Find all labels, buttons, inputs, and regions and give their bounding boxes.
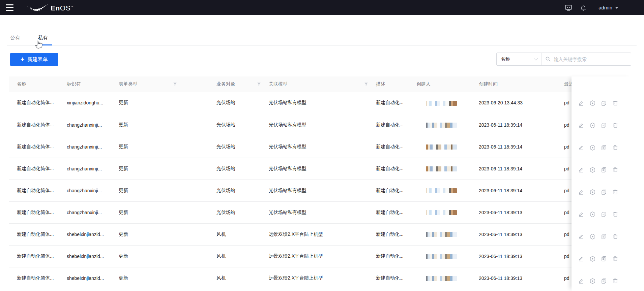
creator-redacted — [426, 166, 457, 171]
copy-icon[interactable] — [598, 253, 610, 264]
copy-icon[interactable] — [598, 208, 610, 220]
filter-funnel-icon[interactable] — [364, 82, 368, 86]
bell-icon[interactable] — [579, 3, 588, 12]
cell-name: 新建自动化简体... — [9, 201, 59, 223]
edit-icon[interactable] — [575, 231, 587, 242]
delete-trash-icon[interactable] — [610, 253, 621, 264]
table-row: 新建自动化简体... changzhanxinji... 更新 光伏场站 光伏场… — [9, 158, 633, 180]
row-actions — [572, 248, 633, 270]
edit-icon[interactable] — [575, 97, 587, 109]
cell-identifier: changzhanxinji... — [59, 201, 111, 223]
workflow-hexagon-icon[interactable] — [587, 97, 598, 109]
tab-public[interactable]: 公有 — [10, 32, 20, 45]
edit-icon[interactable] — [575, 142, 587, 153]
cell-business-object: 风机 — [208, 267, 261, 289]
cell-creator — [408, 267, 471, 289]
search-group: 名称 — [496, 53, 631, 66]
new-form-button[interactable]: + 新建表单 — [10, 53, 58, 66]
cell-created-time: 2023-06-20 13:44:33 — [471, 92, 556, 114]
copy-icon[interactable] — [598, 164, 610, 175]
cell-identifier: changzhanxinji... — [59, 114, 111, 136]
cell-name: 新建自动化简体... — [9, 114, 59, 136]
cell-identifier: xinjianzidonghu... — [59, 92, 111, 114]
logo-swoosh-icon — [27, 4, 48, 12]
delete-trash-icon[interactable] — [610, 120, 621, 131]
copy-icon[interactable] — [598, 231, 610, 242]
cell-name: 新建自动化简体... — [9, 267, 59, 289]
row-actions — [572, 225, 633, 248]
cell-name: 新建自动化简体... — [9, 223, 59, 245]
workflow-hexagon-icon[interactable] — [587, 231, 598, 242]
cell-business-object: 风机 — [208, 245, 261, 267]
cell-description: 新建自动化... — [368, 92, 408, 114]
cell-business-object: 光伏场站 — [208, 158, 261, 180]
delete-trash-icon[interactable] — [610, 231, 621, 242]
creator-redacted — [426, 123, 457, 128]
cell-form-type: 更新 — [111, 180, 208, 201]
delete-trash-icon[interactable] — [610, 208, 621, 220]
col-header-description: 描述 — [368, 76, 408, 92]
col-header-created-time: 创建时间 — [471, 76, 556, 92]
workflow-hexagon-icon[interactable] — [587, 142, 598, 153]
workflow-hexagon-icon[interactable] — [587, 164, 598, 175]
cell-identifier: changzhanxinji... — [59, 180, 111, 201]
table-row: 新建自动化简体... changzhanxinji... 更新 光伏场站 光伏场… — [9, 136, 633, 158]
edit-icon[interactable] — [575, 186, 587, 198]
edit-icon[interactable] — [575, 164, 587, 175]
cell-model: 光伏场站私有模型 — [261, 92, 368, 114]
forms-table: 名称 标识符 表单类型 业务对象 关联模型 描述 创建人 创建时间 最近更新时间 — [9, 76, 633, 289]
console-icon[interactable] — [564, 3, 573, 12]
cell-form-type: 更新 — [111, 201, 208, 223]
search-box — [542, 53, 631, 65]
search-input[interactable] — [553, 56, 627, 62]
cell-created-time: 2023-06-11 18:39:14 — [471, 158, 556, 180]
copy-icon[interactable] — [598, 97, 610, 109]
cell-description: 新建自动化... — [368, 180, 408, 201]
delete-trash-icon[interactable] — [610, 275, 621, 287]
cell-name: 新建自动化简体... — [9, 136, 59, 158]
workflow-hexagon-icon[interactable] — [587, 208, 598, 220]
workflow-hexagon-icon[interactable] — [587, 186, 598, 198]
filter-funnel-icon[interactable] — [257, 82, 261, 86]
row-actions — [572, 181, 633, 203]
filter-funnel-icon[interactable] — [173, 82, 177, 86]
copy-icon[interactable] — [598, 142, 610, 153]
cell-description: 新建自动化... — [368, 267, 408, 289]
cell-model: 远景双馈2.X平台陆上机型 — [261, 267, 368, 289]
cell-business-object: 光伏场站 — [208, 92, 261, 114]
edit-icon[interactable] — [575, 208, 587, 220]
cell-creator — [408, 92, 471, 114]
copy-icon[interactable] — [598, 275, 610, 287]
row-actions — [572, 203, 633, 225]
table-row: 新建自动化简体... xinjianzidonghu... 更新 光伏场站 光伏… — [9, 92, 633, 114]
user-menu[interactable]: admin — [598, 5, 618, 10]
table-row: 新建自动化简体... changzhanxinji... 更新 光伏场站 光伏场… — [9, 114, 633, 136]
cell-form-type: 更新 — [111, 223, 208, 245]
menu-icon[interactable] — [0, 0, 19, 15]
tab-private[interactable]: 私有 — [38, 32, 48, 45]
col-header-business-object: 业务对象 — [208, 76, 261, 92]
copy-icon[interactable] — [598, 120, 610, 131]
workflow-hexagon-icon[interactable] — [587, 120, 598, 131]
brand-name: EnOS™ — [51, 3, 74, 12]
cell-creator — [408, 201, 471, 223]
delete-trash-icon[interactable] — [610, 97, 621, 109]
copy-icon[interactable] — [598, 186, 610, 198]
delete-trash-icon[interactable] — [610, 186, 621, 198]
plus-icon: + — [21, 56, 25, 63]
table-header-row: 名称 标识符 表单类型 业务对象 关联模型 描述 创建人 创建时间 最近更新时间 — [9, 76, 633, 92]
workflow-hexagon-icon[interactable] — [587, 275, 598, 287]
edit-icon[interactable] — [575, 253, 587, 264]
delete-trash-icon[interactable] — [610, 164, 621, 175]
edit-icon[interactable] — [575, 275, 587, 287]
delete-trash-icon[interactable] — [610, 142, 621, 153]
search-field-select[interactable]: 名称 — [497, 53, 542, 65]
table-row: 新建自动化简体... changzhanxinji... 更新 光伏场站 光伏场… — [9, 201, 633, 223]
visibility-tabs: 公有 私有 — [7, 32, 637, 45]
cell-creator — [408, 158, 471, 180]
cell-form-type: 更新 — [111, 245, 208, 267]
creator-redacted — [426, 101, 457, 106]
cell-model: 远景双馈2.X平台陆上机型 — [261, 223, 368, 245]
edit-icon[interactable] — [575, 120, 587, 131]
workflow-hexagon-icon[interactable] — [587, 253, 598, 264]
